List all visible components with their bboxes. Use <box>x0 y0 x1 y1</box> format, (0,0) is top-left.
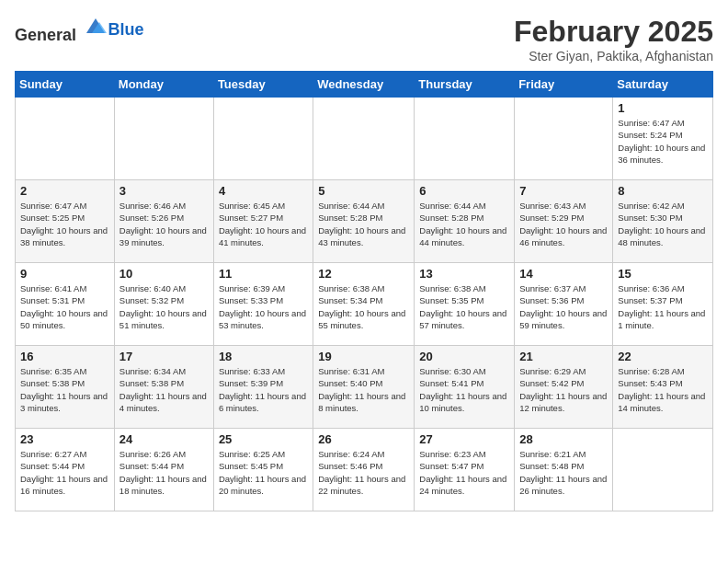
day-info: Sunrise: 6:29 AM Sunset: 5:42 PM Dayligh… <box>519 365 608 414</box>
calendar-cell: 14Sunrise: 6:37 AM Sunset: 5:36 PM Dayli… <box>515 263 613 346</box>
day-number: 7 <box>519 184 608 198</box>
day-info: Sunrise: 6:36 AM Sunset: 5:37 PM Dayligh… <box>618 282 708 331</box>
page-header: General Blue February 2025 Ster Giyan, P… <box>15 15 713 63</box>
calendar-cell: 24Sunrise: 6:26 AM Sunset: 5:44 PM Dayli… <box>114 429 213 511</box>
calendar-cell: 3Sunrise: 6:46 AM Sunset: 5:26 PM Daylig… <box>114 180 213 263</box>
day-number: 1 <box>618 101 708 115</box>
day-number: 8 <box>618 184 708 198</box>
calendar-cell: 28Sunrise: 6:21 AM Sunset: 5:48 PM Dayli… <box>515 429 613 511</box>
day-number: 2 <box>20 184 109 198</box>
location-title: Ster Giyan, Paktika, Afghanistan <box>514 49 713 63</box>
weekday-header: Monday <box>114 72 213 98</box>
calendar-cell: 26Sunrise: 6:24 AM Sunset: 5:46 PM Dayli… <box>313 429 415 511</box>
day-number: 23 <box>20 432 109 446</box>
day-number: 20 <box>419 350 509 363</box>
weekday-header: Friday <box>515 72 613 98</box>
day-number: 19 <box>318 350 409 363</box>
day-number: 14 <box>519 267 608 281</box>
day-number: 21 <box>519 350 608 363</box>
day-info: Sunrise: 6:38 AM Sunset: 5:35 PM Dayligh… <box>419 282 509 331</box>
day-number: 10 <box>119 267 209 281</box>
calendar-cell: 22Sunrise: 6:28 AM Sunset: 5:43 PM Dayli… <box>613 346 713 429</box>
day-info: Sunrise: 6:34 AM Sunset: 5:38 PM Dayligh… <box>119 365 209 414</box>
calendar-cell: 21Sunrise: 6:29 AM Sunset: 5:42 PM Dayli… <box>515 346 613 429</box>
calendar-cell: 5Sunrise: 6:44 AM Sunset: 5:28 PM Daylig… <box>313 180 415 263</box>
day-info: Sunrise: 6:44 AM Sunset: 5:28 PM Dayligh… <box>419 200 509 248</box>
calendar-cell: 25Sunrise: 6:25 AM Sunset: 5:45 PM Dayli… <box>213 429 313 511</box>
day-info: Sunrise: 6:43 AM Sunset: 5:29 PM Dayligh… <box>519 200 608 248</box>
month-title: February 2025 <box>514 15 713 49</box>
logo-icon <box>83 15 108 40</box>
day-number: 6 <box>419 184 509 198</box>
day-info: Sunrise: 6:41 AM Sunset: 5:31 PM Dayligh… <box>20 282 109 331</box>
day-number: 24 <box>119 432 209 446</box>
calendar-cell <box>415 98 515 180</box>
day-number: 9 <box>20 267 109 281</box>
weekday-header: Sunday <box>16 72 115 98</box>
calendar-cell <box>16 98 115 180</box>
calendar-cell: 18Sunrise: 6:33 AM Sunset: 5:39 PM Dayli… <box>213 346 313 429</box>
day-info: Sunrise: 6:39 AM Sunset: 5:33 PM Dayligh… <box>219 282 308 331</box>
day-info: Sunrise: 6:42 AM Sunset: 5:30 PM Dayligh… <box>618 200 708 248</box>
day-info: Sunrise: 6:46 AM Sunset: 5:26 PM Dayligh… <box>119 200 209 248</box>
calendar-cell: 11Sunrise: 6:39 AM Sunset: 5:33 PM Dayli… <box>213 263 313 346</box>
calendar-cell: 2Sunrise: 6:47 AM Sunset: 5:25 PM Daylig… <box>16 180 115 263</box>
calendar-cell: 15Sunrise: 6:36 AM Sunset: 5:37 PM Dayli… <box>613 263 713 346</box>
day-info: Sunrise: 6:25 AM Sunset: 5:45 PM Dayligh… <box>219 448 308 497</box>
day-number: 18 <box>219 350 308 363</box>
calendar-cell: 8Sunrise: 6:42 AM Sunset: 5:30 PM Daylig… <box>613 180 713 263</box>
day-number: 26 <box>318 432 409 446</box>
logo-text-general: General <box>15 26 76 44</box>
calendar-cell: 17Sunrise: 6:34 AM Sunset: 5:38 PM Dayli… <box>114 346 213 429</box>
calendar-cell <box>613 429 713 511</box>
day-number: 11 <box>219 267 308 281</box>
calendar-week-row: 2Sunrise: 6:47 AM Sunset: 5:25 PM Daylig… <box>16 180 713 263</box>
logo-text-blue: Blue <box>108 20 144 39</box>
day-info: Sunrise: 6:33 AM Sunset: 5:39 PM Dayligh… <box>219 365 308 414</box>
calendar-cell: 19Sunrise: 6:31 AM Sunset: 5:40 PM Dayli… <box>313 346 415 429</box>
day-number: 4 <box>219 184 308 198</box>
calendar-week-row: 16Sunrise: 6:35 AM Sunset: 5:38 PM Dayli… <box>16 346 713 429</box>
calendar-cell: 23Sunrise: 6:27 AM Sunset: 5:44 PM Dayli… <box>16 429 115 511</box>
day-number: 17 <box>119 350 209 363</box>
calendar-cell: 7Sunrise: 6:43 AM Sunset: 5:29 PM Daylig… <box>515 180 613 263</box>
calendar-cell: 16Sunrise: 6:35 AM Sunset: 5:38 PM Dayli… <box>16 346 115 429</box>
day-info: Sunrise: 6:31 AM Sunset: 5:40 PM Dayligh… <box>318 365 409 414</box>
calendar-week-row: 1Sunrise: 6:47 AM Sunset: 5:24 PM Daylig… <box>16 98 713 180</box>
calendar-cell: 20Sunrise: 6:30 AM Sunset: 5:41 PM Dayli… <box>415 346 515 429</box>
day-number: 12 <box>318 267 409 281</box>
calendar-cell: 12Sunrise: 6:38 AM Sunset: 5:34 PM Dayli… <box>313 263 415 346</box>
weekday-header: Tuesday <box>213 72 313 98</box>
day-number: 13 <box>419 267 509 281</box>
day-info: Sunrise: 6:27 AM Sunset: 5:44 PM Dayligh… <box>20 448 109 497</box>
day-number: 5 <box>318 184 409 198</box>
weekday-header: Thursday <box>415 72 515 98</box>
calendar-cell <box>515 98 613 180</box>
calendar-table: SundayMondayTuesdayWednesdayThursdayFrid… <box>15 71 713 511</box>
calendar-week-row: 9Sunrise: 6:41 AM Sunset: 5:31 PM Daylig… <box>16 263 713 346</box>
weekday-header: Wednesday <box>313 72 415 98</box>
day-info: Sunrise: 6:38 AM Sunset: 5:34 PM Dayligh… <box>318 282 409 331</box>
title-block: February 2025 Ster Giyan, Paktika, Afgha… <box>514 15 713 63</box>
calendar-cell: 1Sunrise: 6:47 AM Sunset: 5:24 PM Daylig… <box>613 98 713 180</box>
day-number: 22 <box>618 350 708 363</box>
day-info: Sunrise: 6:30 AM Sunset: 5:41 PM Dayligh… <box>419 365 509 414</box>
calendar-cell <box>213 98 313 180</box>
day-number: 25 <box>219 432 308 446</box>
day-info: Sunrise: 6:45 AM Sunset: 5:27 PM Dayligh… <box>219 200 308 248</box>
calendar-cell <box>114 98 213 180</box>
calendar-header-row: SundayMondayTuesdayWednesdayThursdayFrid… <box>16 72 713 98</box>
day-info: Sunrise: 6:28 AM Sunset: 5:43 PM Dayligh… <box>618 365 708 414</box>
calendar-cell <box>313 98 415 180</box>
day-info: Sunrise: 6:37 AM Sunset: 5:36 PM Dayligh… <box>519 282 608 331</box>
calendar-cell: 9Sunrise: 6:41 AM Sunset: 5:31 PM Daylig… <box>16 263 115 346</box>
weekday-header: Saturday <box>613 72 713 98</box>
calendar-cell: 27Sunrise: 6:23 AM Sunset: 5:47 PM Dayli… <box>415 429 515 511</box>
day-number: 16 <box>20 350 109 363</box>
day-info: Sunrise: 6:23 AM Sunset: 5:47 PM Dayligh… <box>419 448 509 497</box>
day-number: 3 <box>119 184 209 198</box>
day-info: Sunrise: 6:24 AM Sunset: 5:46 PM Dayligh… <box>318 448 409 497</box>
calendar-cell: 4Sunrise: 6:45 AM Sunset: 5:27 PM Daylig… <box>213 180 313 263</box>
day-number: 28 <box>519 432 608 446</box>
logo: General Blue <box>15 15 144 45</box>
